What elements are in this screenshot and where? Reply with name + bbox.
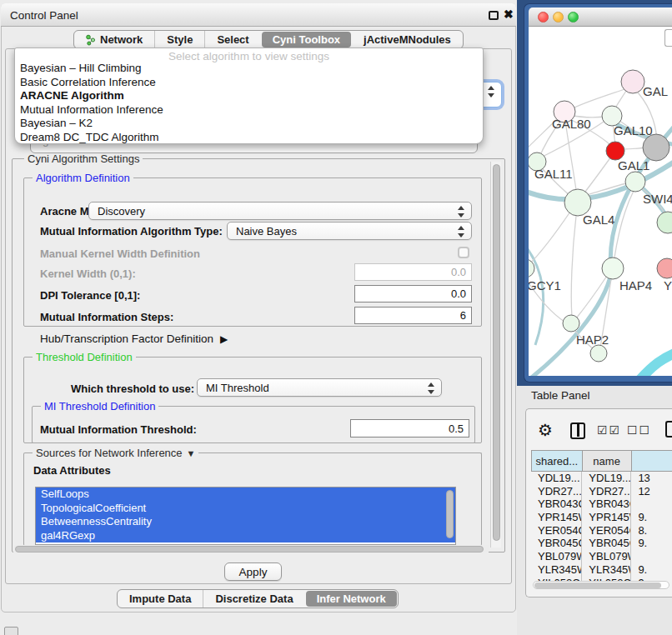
algorithm-dropdown-popup: Select algorithm to view settings Bayesi… — [14, 48, 484, 144]
dpi-tolerance-field[interactable]: 0.0 — [354, 285, 472, 302]
table-cell: 8. — [631, 524, 672, 538]
table-row[interactable]: YPR145WYPR145W9. — [531, 511, 672, 524]
table-cell: 9. — [631, 511, 672, 524]
network-node-label: Y — [664, 278, 672, 292]
network-node-y[interactable] — [657, 258, 672, 278]
settings-vertical-scrollbar[interactable] — [490, 162, 501, 548]
network-node-swi4[interactable] — [625, 172, 645, 192]
table-cell: YBL079W — [531, 550, 582, 563]
aracne-mode-combobox[interactable]: Discovery — [88, 202, 472, 220]
network-node-gal[interactable] — [621, 70, 644, 93]
deselect-all-checkboxes-icon[interactable]: ☐☐ — [627, 423, 651, 437]
table-row[interactable]: YLR345WYLR345W9. — [531, 563, 672, 577]
threshold-definition-title: Threshold Definition — [33, 351, 136, 363]
attribute-item-betweennesscentrality[interactable]: BetweennessCentrality — [36, 515, 455, 529]
column-header-name[interactable]: name — [583, 450, 632, 472]
panel-grip-handle[interactable] — [4, 627, 18, 635]
network-node-hap2[interactable] — [563, 315, 579, 332]
table-row[interactable]: YBR045CYBR045C9. — [531, 537, 672, 550]
mi-threshold-label: Mutual Information Threshold: — [40, 423, 197, 436]
network-node-label: HAP4 — [619, 278, 652, 292]
settings-horizontal-scrollbar[interactable] — [13, 545, 489, 552]
settings-group-title: Cyni Algorithm Settings — [24, 152, 143, 165]
dropdown-item-dream8-dc-tdc-algorithm[interactable]: Dream8 DC_TDC Algorithm — [15, 130, 483, 144]
attributes-scrollbar[interactable] — [444, 488, 455, 543]
table-row[interactable]: YBR043CYBR043C — [531, 498, 672, 511]
table-horizontal-scrollbar[interactable] — [533, 581, 669, 589]
network-node-hap4[interactable] — [602, 258, 624, 279]
mi-threshold-title: MI Threshold Definition — [41, 400, 158, 412]
table-cell: 9. — [631, 537, 672, 550]
apply-label: Apply — [239, 566, 268, 578]
which-threshold-combobox[interactable]: MI Threshold — [197, 378, 442, 397]
network-canvas[interactable]: GALGAL80GAL10GAL1GAL11SWI4GAL4GCY1HAP4YH… — [529, 27, 672, 376]
table-cell: YBR045C — [582, 537, 631, 550]
collapse-down-icon[interactable]: ▼ — [187, 448, 196, 458]
dpi-tolerance-value: 0.0 — [451, 288, 466, 300]
mi-type-label: Mutual Information Algorithm Type: — [40, 225, 223, 238]
columns-icon[interactable] — [570, 422, 585, 439]
mi-type-combobox[interactable]: Naive Bayes — [227, 222, 472, 240]
table-row[interactable]: YER054CYER054C8. — [531, 524, 672, 538]
tab-cyni-toolbox[interactable]: Cyni Toolbox — [262, 32, 351, 48]
manual-kernel-checkbox[interactable] — [458, 247, 469, 258]
tab-impute-data[interactable]: Impute Data — [118, 590, 203, 608]
tab-bar: NetworkStyleSelectCyni ToolboxjActiveMNo… — [73, 30, 464, 49]
table-cell: YPR145W — [582, 511, 631, 524]
table-panel-title: Table Panel — [531, 389, 590, 402]
select-all-checkboxes-icon[interactable]: ☑☑ — [597, 423, 621, 437]
attribute-item-selfloops[interactable]: SelfLoops — [36, 488, 455, 502]
network-node[interactable] — [643, 134, 669, 161]
zoom-traffic-light-icon[interactable] — [568, 12, 579, 22]
network-node-gcy1[interactable] — [529, 259, 534, 278]
network-node[interactable] — [657, 212, 672, 233]
column-header-shared[interactable]: shared... — [531, 450, 583, 472]
dropdown-item-mutual-information-inference[interactable]: Mutual Information Inference — [15, 102, 483, 117]
table-cell: YPR145W — [531, 511, 582, 524]
network-graph[interactable]: GALGAL80GAL10GAL1GAL11SWI4GAL4GCY1HAP4YH… — [529, 27, 672, 376]
tab-style[interactable]: Style — [154, 31, 204, 48]
data-attributes-label: Data Attributes — [33, 464, 111, 477]
hub-definition-expander[interactable]: Hub/Transcription Factor Definition▶ — [40, 332, 228, 345]
gear-icon[interactable]: ⚙ — [538, 420, 553, 440]
aracne-mode-value: Discovery — [98, 205, 145, 218]
table-cell — [631, 550, 672, 563]
kernel-width-field[interactable]: 0.0 — [354, 263, 472, 281]
minimize-traffic-light-icon[interactable] — [553, 12, 564, 22]
close-traffic-light-icon[interactable] — [538, 12, 549, 22]
table-cell: YER054C — [582, 524, 631, 538]
table-row[interactable]: YBL079WYBL079W — [531, 550, 672, 563]
data-attributes-list[interactable]: SelfLoopsTopologicalCoefficientBetweenne… — [35, 487, 456, 545]
close-icon[interactable]: ✖ — [504, 8, 514, 21]
network-node-label: GAL1 — [618, 158, 649, 172]
table-cell: YLR345W — [582, 563, 631, 577]
tab-network[interactable]: Network — [74, 31, 154, 48]
dropdown-item-bayesian-hill-climbing[interactable]: Bayesian – Hill Climbing — [15, 61, 483, 75]
document-icon-fragment[interactable] — [665, 421, 672, 438]
apply-button[interactable]: Apply — [224, 562, 282, 581]
tab-select[interactable]: Select — [204, 31, 260, 48]
sources-title-wrap[interactable]: Sources for Network Inference▼ — [33, 447, 198, 459]
dropdown-item-aracne-algorithm[interactable]: ARACNE Algorithm — [15, 88, 483, 102]
dropdown-item-bayesian-k2[interactable]: Bayesian – K2 — [15, 116, 483, 130]
mi-threshold-field[interactable]: 0.5 — [350, 419, 469, 438]
mi-steps-field[interactable]: 6 — [354, 307, 472, 324]
network-node[interactable] — [590, 345, 607, 362]
column-header-partial[interactable] — [632, 450, 672, 472]
which-threshold-value: MI Threshold — [206, 382, 269, 394]
tab-jactivemnodules[interactable]: jActiveMNodules — [352, 31, 463, 48]
float-window-icon[interactable] — [489, 11, 499, 20]
attribute-item-gal4rgexp[interactable]: gal4RGexp — [36, 529, 455, 543]
table-cell: 13 — [631, 472, 672, 485]
tab-discretize-data[interactable]: Discretize Data — [203, 590, 304, 608]
network-node-label: GAL11 — [534, 167, 573, 181]
attribute-item-topologicalcoefficient[interactable]: TopologicalCoefficient — [36, 502, 455, 516]
dropdown-item-basic-correlation-inference[interactable]: Basic Correlation Inference — [15, 75, 483, 89]
mi-type-value: Naive Bayes — [236, 225, 297, 238]
tab-infer-network[interactable]: Infer Network — [306, 591, 397, 607]
table-row[interactable]: YDL19...YDL19...13 — [531, 472, 672, 485]
network-node-gal1[interactable] — [606, 142, 624, 160]
network-view-titlebar[interactable] — [529, 8, 672, 27]
expand-right-icon[interactable]: ▶ — [220, 333, 228, 345]
table-row[interactable]: YDR27...YDR27...12 — [531, 485, 672, 498]
